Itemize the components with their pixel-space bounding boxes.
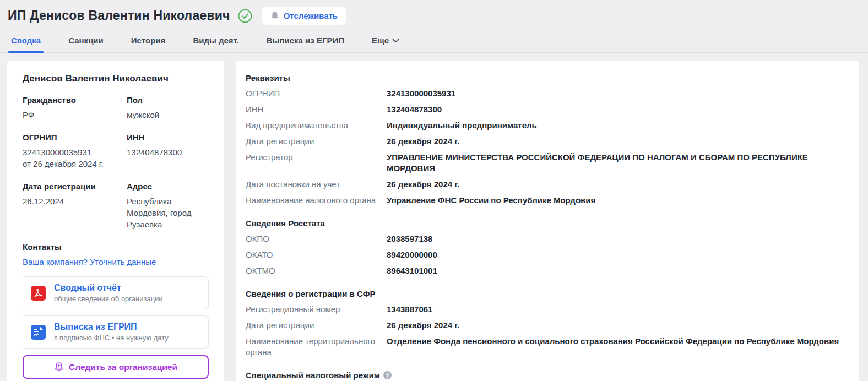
download-card-2[interactable]: Выписка из ЕГРИПс подписью ФНС • на нужн… bbox=[23, 315, 209, 349]
egrip-doc-icon bbox=[31, 325, 46, 340]
section-title-text: Специальный налоговый режим bbox=[246, 371, 380, 380]
profile-field-6: АдресРеспублика Мордовия, город Рузаевка bbox=[127, 182, 209, 230]
detail-label: Дата регистрации bbox=[246, 136, 387, 147]
profile-field-1: ГражданствоРФ bbox=[23, 95, 127, 121]
detail-label: Регистратор bbox=[246, 152, 387, 163]
pdf-file-icon bbox=[31, 286, 46, 301]
detail-row: Наименование налогового органаУправление… bbox=[246, 195, 849, 206]
tab-label: Выписка из ЕГРИП bbox=[267, 36, 344, 45]
download-card-title: Сводный отчёт bbox=[54, 283, 163, 293]
section-title-text: Реквизиты bbox=[246, 73, 290, 83]
follow-button[interactable]: Отслеживать bbox=[262, 7, 346, 25]
detail-value: 132404878300 bbox=[387, 104, 442, 115]
tab-сводка[interactable]: Сводка bbox=[8, 31, 44, 52]
detail-label: ОКАТО bbox=[246, 249, 387, 260]
section-title: Сведения о регистрации в СФР bbox=[246, 289, 849, 298]
profile-field-value: 26.12.2024 bbox=[23, 195, 127, 207]
page-header: ИП Денисов Валентин Николаевич Отслежива… bbox=[0, 0, 868, 28]
section-title: Реквизиты bbox=[246, 73, 849, 83]
download-links: Сводный отчётобщие сведения об организац… bbox=[23, 276, 209, 349]
profile-field-3: ОГРНИП324130000035931от 26 декабря 2024 … bbox=[23, 133, 127, 170]
profile-field-value: РФ bbox=[23, 109, 127, 121]
follow-organization-button[interactable]: Следить за организацией bbox=[23, 355, 209, 379]
section-title-text: Сведения о регистрации в СФР bbox=[246, 289, 376, 298]
tab-виды-деят-[interactable]: Виды деят. bbox=[189, 31, 242, 52]
detail-value-text: 2038597138 bbox=[387, 233, 432, 244]
detail-value-text: 89643101001 bbox=[387, 265, 437, 276]
tab-история[interactable]: История bbox=[128, 31, 169, 52]
profile-field-value: 132404878300 bbox=[127, 146, 209, 158]
download-card-1[interactable]: Сводный отчётобщие сведения об организац… bbox=[23, 276, 209, 309]
section-4: Специальный налоговый режим?ПрименяетсяУ… bbox=[246, 371, 849, 381]
section-2: Сведения РосстатаОКПО2038597138ОКАТО8942… bbox=[246, 219, 849, 276]
update-company-data-link[interactable]: Ваша компания? Уточнить данные bbox=[23, 257, 156, 266]
profile-field-value: 324130000035931 bbox=[23, 146, 127, 158]
detail-label: Дата постановки на учёт bbox=[246, 179, 387, 190]
detail-value-text: 26 декабря 2024 г. bbox=[387, 320, 459, 331]
detail-row: Дата постановки на учёт26 декабря 2024 г… bbox=[246, 179, 849, 190]
detail-value: Управление ФНС России по Республике Морд… bbox=[387, 195, 595, 206]
section-1: РеквизитыОГРНИП324130000035931ИНН1324048… bbox=[246, 73, 849, 206]
detail-value: Индивидуальный предприниматель bbox=[387, 120, 537, 131]
detail-label: Дата регистрации bbox=[246, 320, 387, 331]
detail-value-text: 26 декабря 2024 г. bbox=[387, 136, 459, 147]
detail-value-text: Управление ФНС России по Республике Морд… bbox=[387, 195, 595, 206]
profile-field-label: Пол bbox=[127, 95, 209, 105]
profile-field-label: Адрес bbox=[127, 182, 209, 191]
tab-label: Виды деят. bbox=[193, 36, 238, 45]
profile-field-extra: от 26 декабря 2024 г. bbox=[23, 158, 127, 170]
tab-санкции[interactable]: Санкции bbox=[65, 31, 107, 52]
detail-label: Регистрационный номер bbox=[246, 304, 387, 315]
check-circle-icon bbox=[238, 9, 252, 23]
tab-bar: СводкаСанкцииИсторияВиды деят.Выписка из… bbox=[0, 28, 868, 53]
detail-value: 89643101001 bbox=[387, 265, 437, 276]
download-card-title: Выписка из ЕГРИП bbox=[54, 322, 169, 332]
section-title: Специальный налоговый режим? bbox=[246, 371, 849, 380]
tab-еще[interactable]: Еще bbox=[368, 31, 403, 52]
detail-value: УПРАВЛЕНИЕ МИНИСТЕРСТВА РОССИЙСКОЙ ФЕДЕР… bbox=[387, 152, 849, 174]
tab-label: Санкции bbox=[68, 36, 104, 45]
detail-value: 26 декабря 2024 г. bbox=[387, 320, 459, 331]
profile-field-4: ИНН132404878300 bbox=[127, 133, 209, 170]
follow-button-label: Отслеживать bbox=[284, 11, 338, 20]
detail-label: ОКПО bbox=[246, 233, 387, 244]
tab-label: Сводка bbox=[11, 36, 41, 45]
profile-field-label: Дата регистрации bbox=[23, 182, 127, 191]
detail-value: 1343887061 bbox=[387, 304, 432, 315]
download-card-subtitle: общие сведения об организации bbox=[54, 295, 163, 303]
detail-value: 89420000000 bbox=[387, 249, 437, 260]
page-title: ИП Денисов Валентин Николаевич bbox=[8, 8, 230, 23]
detail-row: ОКАТО89420000000 bbox=[246, 249, 849, 260]
detail-label: Наименование налогового органа bbox=[246, 195, 387, 206]
details-card: РеквизитыОГРНИП324130000035931ИНН1324048… bbox=[236, 61, 859, 381]
download-card-text: Сводный отчётобщие сведения об организац… bbox=[54, 283, 163, 303]
detail-value-text: 26 декабря 2024 г. bbox=[387, 179, 459, 190]
detail-row: Регистрационный номер1343887061 bbox=[246, 304, 849, 315]
detail-label: Наименование территориального органа bbox=[246, 336, 387, 358]
detail-value-text: 89420000000 bbox=[387, 249, 437, 260]
detail-row: РегистраторУПРАВЛЕНИЕ МИНИСТЕРСТВА РОССИ… bbox=[246, 152, 849, 174]
contacts-label: Контакты bbox=[23, 242, 209, 252]
detail-value: 324130000035931 bbox=[387, 88, 455, 99]
profile-field-label: ИНН bbox=[127, 133, 209, 142]
profile-fields-grid: ГражданствоРФПолмужскойОГРНИП32413000003… bbox=[23, 95, 209, 230]
help-icon[interactable]: ? bbox=[383, 371, 392, 379]
profile-field-value: Республика Мордовия, город Рузаевка bbox=[127, 195, 209, 230]
detail-label: ИНН bbox=[246, 104, 387, 115]
tab-label: История bbox=[131, 36, 166, 45]
tab-выписка-из-егрип[interactable]: Выписка из ЕГРИП bbox=[263, 31, 348, 52]
section-3: Сведения о регистрации в СФРРегистрацион… bbox=[246, 289, 849, 358]
detail-row: ОКПО2038597138 bbox=[246, 233, 849, 244]
detail-label: Вид предпринимательства bbox=[246, 120, 387, 131]
profile-field-label: ОГРНИП bbox=[23, 133, 127, 142]
detail-row: ОГРНИП324130000035931 bbox=[246, 88, 849, 99]
bell-icon bbox=[270, 11, 279, 20]
chevron-down-icon bbox=[392, 39, 399, 43]
follow-organization-label: Следить за организацией bbox=[69, 362, 177, 372]
detail-value-text: 132404878300 bbox=[387, 104, 442, 115]
detail-row: Дата регистрации26 декабря 2024 г. bbox=[246, 136, 849, 147]
detail-label: ОГРНИП bbox=[246, 88, 387, 99]
section-title: Сведения Росстата bbox=[246, 219, 849, 228]
detail-row: Вид предпринимательстваИндивидуальный пр… bbox=[246, 120, 849, 131]
detail-label: ОКТМО bbox=[246, 265, 387, 276]
